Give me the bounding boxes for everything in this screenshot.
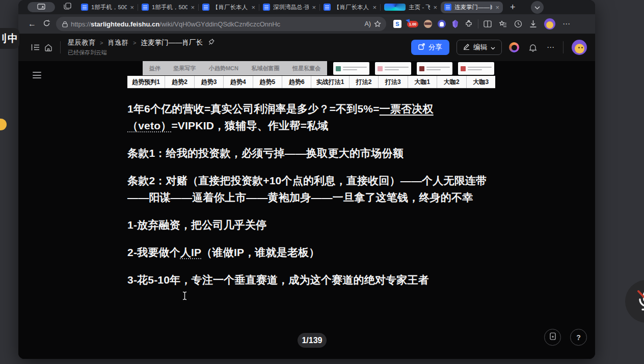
browser-tab[interactable]: 1部手机，5000块× — [138, 0, 198, 14]
embed-tab[interactable]: 趋势6 — [282, 76, 311, 88]
notification-bell-button[interactable] — [526, 41, 540, 54]
extensions-puzzle-icon[interactable] — [465, 20, 473, 28]
band-label: 坚果写字 — [173, 65, 196, 72]
doc-paragraph: 1年6个亿的营收=真实公司利润率是多少？=不到5%=一票否决权（veto）=VI… — [127, 100, 495, 134]
doc-favicon-icon — [444, 4, 451, 11]
split-screen-button[interactable] — [484, 20, 492, 27]
embed-tab[interactable]: 实战打法1 — [311, 76, 349, 88]
mic-muted-indicator[interactable] — [625, 280, 644, 323]
breadcrumb-item[interactable]: 肖逸群 — [108, 38, 128, 47]
browser-tab[interactable]: 连麦掌门——肖厂× — [441, 2, 503, 13]
header-divider — [563, 41, 564, 53]
refresh-button[interactable] — [40, 17, 53, 31]
tab-search-button[interactable] — [531, 1, 544, 14]
embed-tab[interactable]: 大咖3 — [467, 76, 495, 88]
browser-menu-button[interactable]: ⋯ — [562, 19, 571, 29]
embed-tab[interactable]: 趋势2 — [165, 76, 194, 88]
downloads-button[interactable] — [529, 20, 537, 28]
tab-preview-button[interactable] — [28, 2, 55, 12]
workspaces-button[interactable] — [61, 1, 73, 13]
text-segment: 1年6个亿的营收=真实公司利润率是多少？=不到5%= — [127, 103, 380, 115]
extension-gem-icon[interactable] — [451, 20, 459, 28]
close-tab-icon[interactable]: × — [251, 4, 255, 11]
card-thumbnail — [336, 66, 341, 71]
breadcrumb-item[interactable]: 星辰教育 — [68, 38, 95, 47]
embed-tab[interactable]: 打法2 — [350, 76, 379, 88]
catalog-toggle-button[interactable] — [33, 72, 41, 80]
home-button[interactable] — [42, 41, 55, 54]
tab-title: 1部手机，5000块 — [152, 4, 187, 11]
card-text-line — [343, 69, 357, 70]
address-bar[interactable]: https://starlightedu.feishu.cn/wiki/VqH0… — [56, 17, 386, 31]
toolbar-actions: ⋯ — [484, 18, 571, 30]
favorites-hub-button[interactable] — [499, 20, 507, 28]
document-area: 益伴坚果写字小趋势MCN私域创富圈恒星私董会 趋势预判1趋势2趋势3趋势4趋势5… — [18, 61, 595, 359]
card-text-line — [426, 69, 441, 70]
band-label: 私域创富圈 — [252, 65, 280, 72]
doc-favicon-icon — [142, 4, 149, 11]
doc-tools-button[interactable] — [544, 329, 561, 346]
close-tab-icon[interactable]: × — [191, 4, 195, 11]
pin-icon[interactable] — [208, 39, 214, 47]
browser-tab[interactable]: 主页 - 飞书云文档× — [381, 0, 441, 14]
read-aloud-button[interactable]: A) — [365, 20, 371, 27]
new-tab-button[interactable]: + — [510, 2, 516, 13]
text-segment: 条款2：对赌（直接把投资款+10个点的利息，直接收回）——个人无限连带——阳谋—… — [127, 175, 487, 203]
user-avatar[interactable] — [572, 40, 587, 55]
extension-price-badge-icon[interactable]: 1.00 — [407, 21, 418, 27]
browser-toolbar: ← https://starlightedu.feishu.cn/wiki/Vq… — [18, 14, 595, 34]
embed-tab[interactable]: 趋势5 — [253, 76, 282, 88]
paragraph-list[interactable]: 1年6个亿的营收=真实公司利润率是多少？=不到5%=一票否决权（veto）=VI… — [127, 100, 495, 288]
embedded-image-top[interactable]: 益伴坚果写字小趋势MCN私域创富圈恒星私董会 — [127, 61, 495, 75]
card-lines — [468, 67, 492, 70]
close-tab-icon[interactable]: × — [433, 4, 437, 11]
extension-ghost-icon[interactable] — [438, 20, 446, 28]
card-text-line — [343, 67, 367, 68]
url-text: https://starlightedu.feishu.cn/wiki/VqH0… — [71, 20, 362, 28]
browser-tab[interactable]: 【肖厂长本人】直× — [199, 0, 259, 14]
edit-button[interactable]: 编辑 — [457, 40, 502, 55]
embed-card — [375, 62, 411, 75]
embed-tab[interactable]: 趋势4 — [224, 76, 253, 88]
sidebar-toggle-button[interactable] — [29, 41, 42, 54]
doc-paragraph: 条款1：给我的投资款，必须亏掉——换取更大的市场份额 — [127, 145, 495, 161]
embed-tab[interactable]: 趋势3 — [195, 76, 224, 88]
refresh-icon — [43, 19, 50, 29]
embed-card — [333, 62, 369, 75]
text-segment: 条款1：给我的投资款，必须亏掉——换取更大的市场份额 — [127, 147, 404, 159]
avatar-face — [575, 44, 584, 53]
browser-tab[interactable]: 深圳湾晶总·强× — [259, 0, 319, 14]
doc-note-icon — [549, 332, 556, 342]
back-button[interactable]: ← — [25, 17, 39, 31]
tab-strip: 1部手机，5000块×1部手机，5000块×【肖厂长本人】直×深圳湾晶总·强×【… — [18, 0, 595, 14]
doc-paragraph: 条款2：对赌（直接把投资款+10个点的利息，直接收回）——个人无限连带——阳谋—… — [127, 172, 495, 206]
close-tab-icon[interactable]: × — [495, 4, 499, 11]
breadcrumb-item[interactable]: 连麦掌门——肖厂长 — [141, 38, 203, 47]
close-tab-icon[interactable]: × — [372, 4, 377, 11]
text-segment: 人IP — [180, 246, 201, 258]
card-thumbnail — [461, 66, 466, 71]
doc-paragraph: 1-放弃融资，把公司几乎关停 — [127, 216, 495, 233]
lock-icon — [62, 21, 68, 27]
embed-tab[interactable]: 大咖2 — [437, 76, 466, 88]
close-tab-icon[interactable]: × — [312, 4, 316, 11]
share-button[interactable]: 分享 — [411, 40, 449, 55]
history-button[interactable] — [514, 20, 522, 28]
browser-tab[interactable]: 1部手机，5000块× — [77, 0, 138, 14]
avatar-face — [546, 21, 553, 29]
embed-tab[interactable]: 大咖1 — [408, 76, 437, 88]
doc-more-button[interactable]: ⋯ — [547, 43, 555, 52]
doc-favicon-icon — [324, 4, 331, 11]
close-tab-icon[interactable]: × — [130, 4, 134, 11]
embed-tab[interactable]: 趋势预判1 — [127, 76, 165, 88]
extension-glasses-icon[interactable] — [424, 20, 432, 28]
help-button[interactable]: ? — [570, 329, 587, 346]
gradient-ring-icon[interactable] — [509, 42, 519, 52]
text-segment: 2-我要做个 — [127, 246, 180, 258]
embed-tab[interactable]: 打法3 — [379, 76, 408, 88]
text-segment: （谁做IP，谁就是老板） — [201, 246, 319, 258]
browser-tab[interactable]: 【肖厂长本人】直× — [320, 0, 380, 14]
browser-profile-avatar[interactable] — [544, 18, 555, 30]
favorite-star-icon[interactable] — [374, 20, 381, 27]
extension-s-icon[interactable]: S — [393, 20, 401, 28]
